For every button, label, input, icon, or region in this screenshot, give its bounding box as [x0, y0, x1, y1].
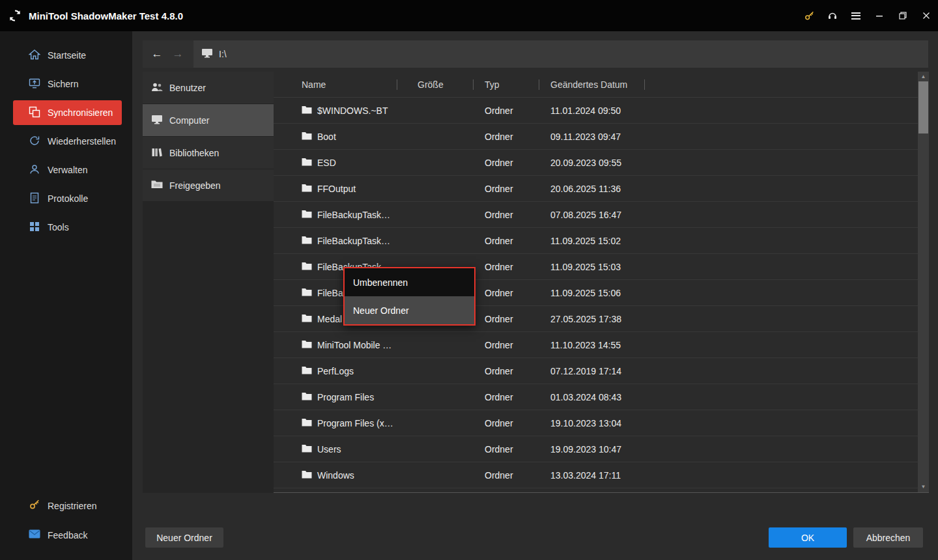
register-key-icon[interactable]	[797, 0, 821, 31]
file-name: FFOutput	[317, 184, 356, 194]
file-name-cell: FileBackupTask…	[274, 210, 397, 220]
file-date: 11.01.2024 09:50	[539, 105, 645, 116]
tree-item-label: Benutzer	[169, 83, 206, 93]
file-name: FileBackupTask…	[317, 236, 390, 246]
table-row[interactable]: $WINDOWS.~BT Ordner 11.01.2024 09:50	[274, 98, 918, 124]
column-header-date[interactable]: Geändertes Datum	[539, 72, 645, 97]
file-type: Ordner	[474, 444, 539, 455]
vertical-scrollbar[interactable]: ▲ ▼	[918, 72, 929, 492]
library-icon	[151, 147, 163, 159]
context-menu-item-umbenennen[interactable]: Umbenennen	[345, 268, 474, 296]
cancel-button[interactable]: Abbrechen	[853, 527, 923, 548]
table-row[interactable]: FFOutput Ordner 20.06.2025 11:36	[274, 176, 918, 202]
menu-icon[interactable]	[844, 0, 868, 31]
table-row[interactable]: Program Files (x… Ordner 19.10.2023 13:0…	[274, 410, 918, 436]
sidebar-item-label: Synchronisieren	[48, 107, 113, 118]
drive-monitor-icon	[201, 48, 213, 61]
folder-icon	[302, 366, 312, 376]
file-type: Ordner	[474, 158, 539, 168]
sidebar-item-tools[interactable]: Tools	[0, 213, 132, 242]
file-name-cell: ESD	[274, 158, 397, 168]
scrollbar-thumb[interactable]	[918, 81, 928, 133]
users-icon	[151, 82, 163, 94]
app-logo-icon	[8, 8, 22, 23]
mail-icon	[29, 529, 40, 540]
home-icon	[29, 49, 40, 63]
folder-icon	[302, 105, 312, 116]
file-type: Ordner	[474, 366, 539, 376]
path-field[interactable]: I:\	[193, 40, 928, 68]
table-row[interactable]: Boot Ordner 09.11.2023 09:47	[274, 124, 918, 150]
file-date: 13.03.2024 17:11	[539, 470, 645, 481]
file-name: PerfLogs	[317, 366, 354, 376]
table-row[interactable]: ESD Ordner 20.09.2023 09:55	[274, 150, 918, 176]
folder-icon	[302, 158, 312, 168]
main-area: ← → I:\	[132, 31, 938, 560]
scroll-up-icon[interactable]: ▲	[918, 74, 929, 79]
file-date: 11.10.2023 14:55	[539, 340, 645, 350]
file-date: 07.12.2019 17:14	[539, 366, 645, 376]
shared-folder-icon	[151, 180, 163, 191]
sidebar-item-protokolle[interactable]: Protokolle	[0, 184, 132, 213]
close-icon[interactable]	[915, 0, 938, 31]
sidebar-item-verwalten[interactable]: Verwalten	[0, 156, 132, 184]
column-header-type[interactable]: Typ	[474, 72, 539, 97]
restore-icon	[29, 135, 40, 148]
tree-item-benutzer[interactable]: Benutzer	[143, 72, 274, 104]
tree-item-bibliotheken[interactable]: Bibliotheken	[143, 137, 274, 169]
file-browser: Benutzer Computer	[143, 72, 929, 493]
folder-icon	[302, 340, 312, 350]
sidebar-item-wiederherstellen[interactable]: Wiederherstellen	[0, 127, 132, 156]
back-arrow-icon[interactable]: ←	[147, 48, 167, 61]
table-row[interactable]: Program Files Ordner 01.03.2024 08:43	[274, 384, 918, 410]
table-row[interactable]: PerfLogs Ordner 07.12.2019 17:14	[274, 358, 918, 384]
headset-icon[interactable]	[821, 0, 844, 31]
sidebar-item-feedback[interactable]: Feedback	[0, 520, 132, 550]
key-icon	[29, 499, 40, 512]
file-name-cell: PerfLogs	[274, 366, 397, 376]
context-menu: Umbenennen Neuer Ordner	[343, 267, 476, 326]
table-row[interactable]: Windows Ordner 13.03.2024 17:11	[274, 462, 918, 488]
file-name: MiniTool Mobile …	[317, 340, 391, 350]
file-date: 09.11.2023 09:47	[539, 132, 645, 142]
file-date: 11.09.2025 15:02	[539, 236, 645, 246]
file-date: 19.10.2023 13:04	[539, 418, 645, 428]
folder-icon	[302, 444, 312, 455]
minimize-icon[interactable]	[868, 0, 891, 31]
forward-arrow-icon[interactable]: →	[167, 48, 188, 61]
scroll-down-icon[interactable]: ▼	[918, 484, 929, 490]
table-row[interactable]: FileBackupTask… Ordner 11.09.2025 15:02	[274, 228, 918, 254]
file-name: FileBackupTask…	[317, 210, 390, 220]
table-header: Name Größe Typ Geändertes Datum	[274, 72, 929, 98]
file-date: 20.09.2023 09:55	[539, 158, 645, 168]
sidebar-item-sichern[interactable]: Sichern	[0, 70, 132, 98]
sidebar-item-synchronisieren[interactable]: Synchronisieren	[0, 98, 132, 127]
file-name-cell: MiniTool Mobile …	[274, 340, 397, 350]
tree-item-computer[interactable]: Computer	[143, 104, 274, 137]
restore-window-icon[interactable]	[891, 0, 915, 31]
sidebar-item-registrieren[interactable]: Registrieren	[0, 491, 132, 520]
folder-icon	[302, 210, 312, 220]
file-type: Ordner	[474, 262, 539, 272]
column-header-name[interactable]: Name	[274, 72, 397, 97]
window-title: MiniTool ShadowMaker Test 4.8.0	[29, 10, 183, 21]
table-row[interactable]: FileBackupTask… Ordner 07.08.2025 16:47	[274, 202, 918, 228]
folder-icon	[302, 236, 312, 246]
file-name: $WINDOWS.~BT	[317, 105, 388, 116]
new-folder-button[interactable]: Neuer Ordner	[145, 527, 223, 548]
column-header-size[interactable]: Größe	[397, 72, 474, 97]
sidebar-item-label: Tools	[48, 222, 69, 232]
sidebar-item-label: Sichern	[48, 79, 78, 89]
ok-button[interactable]: OK	[769, 527, 847, 548]
table-row[interactable]: Users Ordner 19.09.2023 10:47	[274, 436, 918, 462]
column-header-spacer	[645, 72, 929, 97]
logs-icon	[29, 192, 40, 206]
table-row[interactable]: MiniTool Mobile … Ordner 11.10.2023 14:5…	[274, 332, 918, 358]
sidebar-item-label: Protokolle	[48, 193, 88, 204]
context-menu-item-neuer-ordner[interactable]: Neuer Ordner	[345, 296, 474, 324]
tree-item-freigegeben[interactable]: Freigegeben	[143, 169, 274, 202]
tools-icon	[29, 221, 40, 234]
sidebar-item-startseite[interactable]: Startseite	[0, 41, 132, 70]
file-name-cell: FileBackupTask…	[274, 236, 397, 246]
current-path: I:\	[219, 49, 227, 59]
